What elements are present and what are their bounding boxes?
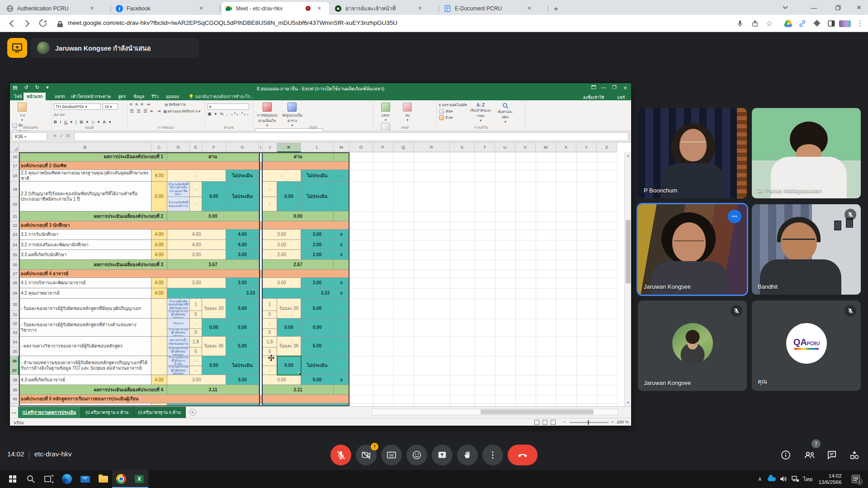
column-header-E[interactable]: E (190, 143, 202, 152)
cell[interactable]: ร้อยละ 20 (277, 299, 301, 319)
format-as-table-button[interactable]: จัดรูปแบบเป็นตาราง▾ (281, 102, 303, 127)
row-header[interactable]: 19 (10, 182, 19, 197)
column-header-T[interactable]: T (475, 143, 495, 152)
cell[interactable]: - (190, 366, 202, 375)
info-button[interactable] (780, 450, 792, 461)
scroll-thumb[interactable] (626, 220, 631, 283)
tab-close-icon[interactable]: × (416, 5, 424, 13)
camera-button[interactable]: ! (356, 445, 377, 465)
onedrive-icon[interactable] (766, 470, 778, 488)
cell[interactable]: จำนวนผู้รับผิดชอบหลักสูตรที่มีวุฒิปริญญา… (167, 299, 190, 311)
cell[interactable]: 5 (190, 347, 202, 356)
close-button[interactable]: × (849, 0, 868, 15)
cell[interactable]: ผ่าน (167, 152, 259, 162)
cell[interactable]: 3.00 (301, 240, 334, 250)
cell[interactable]: 4.1 การบริหารและพัฒนาอาจารย์ (19, 278, 151, 288)
cell[interactable]: x (334, 288, 349, 299)
cell[interactable]: 2.00 (301, 250, 334, 260)
participant-tile[interactable]: •••Jaruwan Kongsee (638, 204, 747, 295)
row-header[interactable]: 16 (10, 152, 19, 162)
cell[interactable] (151, 299, 167, 319)
cell[interactable]: - (263, 197, 277, 211)
scroll-down-icon[interactable]: ▼ (625, 399, 631, 406)
cell[interactable]: - (263, 170, 301, 182)
cell[interactable]: 4.2 คุณภาพอาจารย์ (19, 288, 151, 299)
cell[interactable] (334, 299, 349, 319)
cell[interactable]: 3.33 (263, 288, 334, 299)
cell[interactable]: x (334, 230, 349, 240)
row-header[interactable]: 18 (10, 170, 19, 182)
browser-tab[interactable]: fFacebook× (112, 2, 220, 15)
cell[interactable]: - (334, 170, 349, 182)
excel-restore-button[interactable]: ❐ (609, 84, 619, 90)
cell[interactable]: 3.00 (167, 250, 226, 260)
scroll-up-icon[interactable]: ▲ (625, 152, 631, 159)
cell[interactable]: ผลการประเมินองค์ประกอบที่ 1 (19, 152, 167, 162)
column-header-D[interactable]: D (167, 143, 190, 152)
taskbar-file-explorer-icon[interactable] (94, 470, 112, 488)
cell[interactable]: องค์ประกอบที่ 5 หลักสูตรการเรียนการสอนกา… (19, 395, 349, 404)
cell[interactable]: - ผลงานทางวิชาการของอาจารย์ผู้รับผิดชอบห… (19, 337, 151, 356)
cell[interactable]: 4.00 (151, 288, 167, 299)
cell[interactable]: 4.00 (151, 170, 167, 182)
cell[interactable] (334, 182, 349, 211)
cell[interactable]: 1.8 (190, 337, 202, 347)
cell[interactable]: 3.00 (301, 230, 334, 240)
column-header-F[interactable]: F (202, 143, 226, 152)
extensions-puzzle-icon[interactable] (813, 19, 822, 28)
cell[interactable]: 2.11 (263, 385, 334, 395)
browser-tab[interactable]: Meet - etc-drav-hkv× (222, 2, 329, 15)
enter-check-icon[interactable]: ✓ (60, 133, 63, 138)
cell[interactable]: 1.8 (263, 337, 277, 347)
tile-more-options-button[interactable]: ••• (728, 210, 741, 223)
mic-icon[interactable] (736, 19, 745, 28)
raise-hand-button[interactable] (457, 445, 478, 465)
cell[interactable]: 5.00 (226, 299, 259, 319)
excel-menu-4[interactable]: สูตร (115, 93, 129, 100)
cell[interactable]: ไม่ประเมิน (226, 356, 259, 375)
cell[interactable]: 3.00 (263, 278, 301, 288)
cell[interactable] (334, 152, 349, 162)
cell[interactable]: x (334, 240, 349, 250)
cell[interactable]: 0.00 (263, 375, 301, 385)
cell[interactable]: 3.3 ผลที่เกิดกับนักศึกษา (19, 250, 151, 260)
cell[interactable]: จำนวนอาจารย์ผู้รับผิดชอบหลักสูตร (167, 329, 190, 337)
present-button[interactable] (432, 445, 453, 465)
cell[interactable]: 3.00 (167, 375, 226, 385)
column-header-R[interactable]: R (414, 143, 450, 152)
column-header-X[interactable]: X (556, 143, 576, 152)
drive-icon[interactable] (784, 19, 793, 28)
cell[interactable]: - (190, 197, 202, 211)
cell[interactable]: - (263, 366, 277, 375)
cell[interactable]: - (263, 319, 277, 329)
participant-tile[interactable]: P Boonchum (638, 108, 747, 198)
cell[interactable]: x (334, 375, 349, 385)
cell[interactable]: 0.00 (202, 319, 226, 337)
cell[interactable]: จำนวนบัณฑิตที่ได้งานทำหรือประกอบอาชีพอิส… (167, 182, 190, 197)
horizontal-scrollbar[interactable] (372, 408, 618, 415)
start-button[interactable] (4, 470, 22, 488)
cell[interactable]: 3.00 (226, 278, 259, 288)
more-options-button[interactable] (482, 445, 503, 465)
column-header-G[interactable]: G (226, 143, 259, 152)
row-header[interactable]: 24 (10, 240, 19, 250)
cell[interactable]: - จำนวนบทความของอาจารย์ผู้รับผิดชอบหลักส… (19, 356, 151, 375)
tray-chevron-icon[interactable]: ∧ (754, 470, 766, 488)
cell[interactable]: 1 (263, 299, 277, 311)
cell[interactable]: 3.1 การรับนักศึกษา (19, 230, 151, 240)
restore-button[interactable] (828, 0, 848, 15)
cell[interactable] (334, 319, 349, 337)
cell[interactable]: 4.00 (151, 250, 167, 260)
cell[interactable]: ไม่ประเมิน (226, 182, 259, 211)
row-header[interactable]: 40 (10, 395, 19, 404)
excel-menu-6[interactable]: รีวิว (148, 93, 162, 100)
cell[interactable]: 5 (190, 311, 202, 319)
row-header[interactable]: 34 (10, 337, 19, 347)
vertical-scrollbar[interactable]: ▲▼ (624, 152, 631, 406)
cell[interactable] (334, 337, 349, 356)
zoom-level[interactable]: 100 % (617, 419, 629, 424)
column-header-Y[interactable]: Y (576, 143, 597, 152)
cell[interactable]: จำนวนบทความที่ได้รับการอ้างอิง (167, 356, 190, 366)
cell[interactable]: วิชาการ (167, 319, 190, 329)
zoom-slider[interactable] (570, 422, 609, 423)
